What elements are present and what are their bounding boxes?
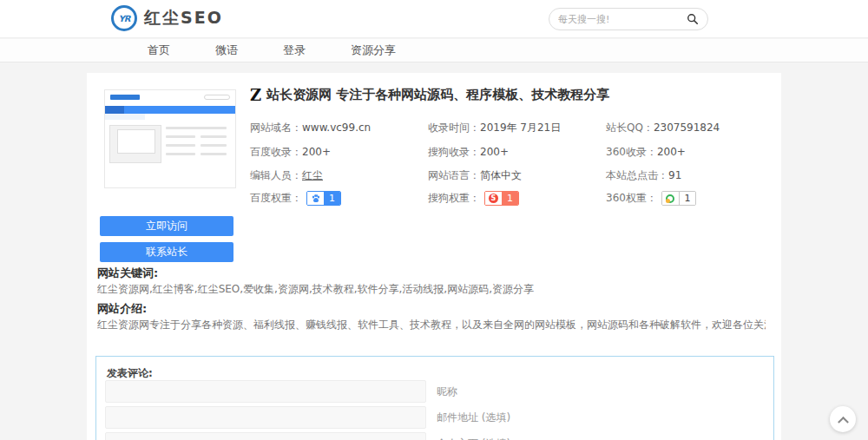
thumb-article-list (166, 125, 232, 175)
weight-360: 360权重： 1 (606, 191, 696, 206)
nickname-label: 昵称 (437, 384, 457, 399)
search-box (549, 8, 708, 30)
baidu-paw-icon (307, 192, 324, 205)
360-weight-value: 1 (679, 192, 695, 205)
logo-text: 红尘SEO (144, 7, 223, 30)
thumb-device-screen (117, 129, 155, 154)
page-title: Z 站长资源网 专注于各种网站源码、程序模板、技术教程分享 (250, 87, 771, 103)
intro-heading: 网站介绍: (97, 301, 147, 317)
info-language: 网站语言：简体中文 (428, 168, 522, 183)
info-domain: 网站域名：www.vc99.cn (250, 121, 371, 135)
sogou-weight-badge[interactable]: S 1 (484, 191, 519, 206)
info-qq-value: 2307591824 (654, 121, 720, 134)
thumb-device-mock (109, 125, 161, 163)
main-nav: 首页 微语 登录 资源分享 (0, 39, 868, 62)
info-baidu-index: 百度收录：200+ (250, 145, 331, 160)
homepage-row: 个人主页 (选填) (105, 432, 510, 440)
intro-text: 红尘资源网专注于分享各种资源、福利线报、赚钱线报、软件工具、技术教程，以及来自全… (97, 318, 766, 332)
info-qq: 站长QQ：2307591824 (606, 121, 720, 135)
thumb-subnav (105, 114, 145, 120)
back-to-top-button[interactable] (830, 406, 856, 432)
contact-webmaster-button[interactable]: 联系站长 (100, 242, 233, 262)
nav-item-home[interactable]: 首页 (148, 43, 170, 58)
header: YR 红尘SEO (0, 0, 868, 38)
homepage-label: 个人主页 (选填) (437, 437, 510, 440)
info-date-value: 2019年 7月21日 (480, 121, 561, 134)
site-thumbnail[interactable] (104, 89, 236, 188)
360-weight-badge[interactable]: 1 (661, 191, 696, 206)
email-row: 邮件地址 (选填) (105, 406, 510, 429)
keywords-text: 红尘资源网,红尘博客,红尘SEO,爱收集,资源网,技术教程,软件分享,活动线报,… (97, 282, 766, 297)
nav-item-weiyu[interactable]: 微语 (215, 43, 238, 58)
thumb-logo (110, 95, 140, 100)
search-input[interactable] (558, 14, 687, 25)
search-icon[interactable] (687, 13, 699, 25)
info-clicks: 本站总点击：91 (606, 168, 681, 183)
info-domain-value: www.vc99.cn (302, 121, 371, 134)
keywords-heading: 网站关键词: (97, 266, 158, 281)
nav-item-login[interactable]: 登录 (283, 43, 306, 58)
sogou-weight-value: 1 (502, 192, 518, 205)
info-editor: 编辑人员：红尘 (250, 168, 323, 183)
info-date: 收录时间：2019年 7月21日 (428, 121, 561, 135)
baidu-weight-value: 1 (324, 192, 340, 205)
baidu-weight-badge[interactable]: 1 (306, 191, 341, 206)
info-360-index: 360收录：200+ (606, 145, 686, 160)
nickname-input[interactable] (105, 380, 426, 403)
chevron-up-icon (838, 416, 849, 427)
comment-form: 发表评论: 昵称 邮件地址 (选填) 个人主页 (选填) (95, 356, 774, 440)
comment-form-heading: 发表评论: (107, 366, 153, 381)
nickname-row: 昵称 (105, 380, 457, 403)
weight-sogou: 搜狗权重： S 1 (428, 191, 519, 206)
site-favicon-icon: Z (250, 88, 261, 103)
visit-site-button[interactable]: 立即访问 (100, 216, 233, 236)
360-logo-icon (662, 192, 679, 205)
page-title-text: 站长资源网 专注于各种网站源码、程序模板、技术教程分享 (266, 87, 609, 103)
site-logo[interactable]: YR 红尘SEO (111, 5, 223, 31)
sogou-logo-icon: S (485, 192, 502, 205)
thumb-navbar (105, 106, 235, 114)
site-detail-card: Z 站长资源网 专注于各种网站源码、程序模板、技术教程分享 网站域名：www.v… (87, 73, 781, 440)
email-label: 邮件地址 (选填) (437, 410, 510, 425)
info-sogou-index: 搜狗收录：200+ (428, 145, 509, 160)
email-input[interactable] (105, 406, 426, 429)
thumb-search (204, 95, 230, 100)
editor-link[interactable]: 红尘 (302, 169, 323, 181)
logo-mark-icon: YR (111, 5, 137, 31)
weight-baidu: 百度权重： 1 (250, 191, 341, 206)
nav-item-resources[interactable]: 资源分享 (351, 43, 396, 58)
homepage-input[interactable] (105, 432, 426, 440)
thumb-nav-active (105, 106, 124, 114)
